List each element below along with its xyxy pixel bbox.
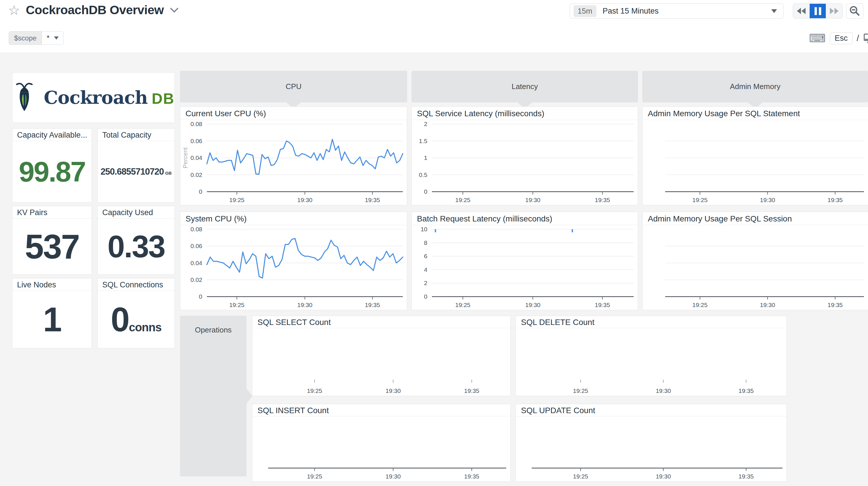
fullscreen-monitor-icon[interactable]: [863, 32, 868, 44]
svg-text:19:35: 19:35: [739, 473, 754, 480]
stat-value: 537: [25, 227, 79, 266]
stat-value: 1: [43, 300, 61, 339]
svg-text:19:30: 19:30: [297, 197, 313, 203]
svg-text:10: 10: [421, 226, 427, 232]
svg-text:0.06: 0.06: [190, 138, 202, 144]
svg-text:0.02: 0.02: [190, 277, 202, 283]
svg-text:19:30: 19:30: [760, 302, 775, 308]
svg-text:19:25: 19:25: [692, 197, 708, 203]
esc-key-button[interactable]: Esc: [830, 32, 853, 44]
panel-batch-request-latency: Batch Request Latency (milliseconds) 024…: [411, 211, 638, 310]
chart-admin-memory-statement[interactable]: 19:2519:3019:35: [643, 120, 868, 205]
svg-text:0.04: 0.04: [190, 154, 202, 161]
dashboard-page: ☆ CockroachDB Overview 15m Past 15 Minut…: [0, 0, 868, 486]
chart-title: Current User CPU (%): [180, 107, 407, 120]
svg-text:2: 2: [424, 120, 427, 127]
svg-text:19:25: 19:25: [229, 197, 244, 203]
chart-sql-service-latency[interactable]: 00.511.5219:2519:3019:35: [412, 120, 638, 205]
scope-value-dropdown[interactable]: *: [42, 31, 63, 45]
group-header-latency[interactable]: Latency: [411, 71, 638, 102]
svg-text:8: 8: [424, 239, 427, 246]
stat-card-capacity-used: Capacity Used 0.33: [97, 206, 175, 275]
panel-sql-select-count: SQL SELECT Count 19:2519:3019:35: [252, 316, 510, 396]
svg-text:19:30: 19:30: [525, 302, 540, 308]
svg-text:0: 0: [199, 188, 202, 195]
stat-card-total-capacity: Total Capacity 250.6855710720 GB: [97, 128, 175, 203]
svg-text:19:30: 19:30: [385, 473, 401, 480]
pause-icon: [814, 7, 821, 15]
keyboard-icon[interactable]: ⌨: [809, 32, 826, 44]
title-chevron-down-icon[interactable]: [169, 7, 179, 13]
template-variable-scope[interactable]: $scope *: [9, 31, 64, 45]
group-header-admin-memory[interactable]: Admin Memory: [642, 71, 868, 102]
fast-forward-icon: [829, 6, 840, 16]
group-label: Operations: [195, 325, 231, 335]
header-title-group: ☆ CockroachDB Overview: [8, 3, 179, 17]
chart-title: Admin Memory Usage Per SQL Statement: [643, 107, 868, 120]
chart-title: SQL Service Latency (milliseconds): [412, 107, 638, 120]
rewind-button[interactable]: [793, 4, 810, 18]
chart-sql-select-count[interactable]: 19:2519:3019:35: [252, 328, 510, 396]
scope-value-text: *: [46, 34, 50, 42]
svg-text:0.08: 0.08: [190, 226, 202, 232]
panel-admin-memory-session: Admin Memory Usage Per SQL Session 19:25…: [642, 211, 868, 310]
stat-card-live-nodes: Live Nodes 1: [12, 278, 92, 348]
fast-forward-button[interactable]: [826, 4, 842, 18]
chart-sql-insert-count[interactable]: 19:2519:3019:35: [252, 416, 510, 481]
svg-text:6: 6: [424, 253, 427, 259]
pause-button[interactable]: [810, 4, 826, 18]
scope-name-label: $scope: [9, 31, 42, 45]
chart-system-cpu[interactable]: 00.020.040.060.0819:2519:3019:35: [180, 225, 407, 310]
svg-text:4: 4: [424, 266, 427, 273]
stat-unit: GB: [165, 171, 172, 175]
zoom-out-button[interactable]: [846, 3, 863, 19]
stat-card-capacity-available: Capacity Available... 99.87: [12, 128, 92, 203]
svg-text:19:25: 19:25: [307, 388, 322, 394]
chart-title: System CPU (%): [180, 212, 407, 225]
svg-text:19:35: 19:35: [464, 388, 479, 394]
page-title: CockroachDB Overview: [26, 3, 164, 17]
stat-value: 0: [111, 300, 129, 339]
stat-value: 0.33: [107, 228, 165, 264]
svg-text:19:35: 19:35: [595, 197, 610, 203]
chart-title: Admin Memory Usage Per SQL Session: [643, 212, 868, 225]
panel-system-cpu: System CPU (%) 00.020.040.060.0819:2519:…: [180, 211, 407, 310]
stat-title: Capacity Available...: [12, 128, 92, 141]
zoom-out-icon: [849, 5, 861, 17]
svg-text:19:30: 19:30: [656, 388, 671, 394]
group-header-cpu[interactable]: CPU: [180, 71, 407, 102]
chart-title: SQL DELETE Count: [516, 316, 786, 328]
logo-suffix: DB: [152, 90, 175, 107]
svg-text:19:35: 19:35: [464, 473, 479, 480]
cockroach-bug-icon: [12, 80, 36, 115]
group-header-operations[interactable]: Operations: [180, 316, 246, 477]
svg-text:19:25: 19:25: [307, 473, 322, 480]
svg-text:19:30: 19:30: [297, 302, 313, 308]
panel-admin-memory-statement: Admin Memory Usage Per SQL Statement 19:…: [642, 106, 868, 205]
chart-sql-update-count[interactable]: 19:2519:3019:35: [516, 416, 786, 481]
favorite-star-icon[interactable]: ☆: [8, 3, 20, 17]
scope-caret-icon: [54, 36, 59, 39]
panel-sql-service-latency: SQL Service Latency (milliseconds) 00.51…: [411, 106, 638, 205]
svg-text:Percent: Percent: [182, 147, 188, 169]
stat-title: KV Pairs: [12, 206, 92, 219]
logo-wordmark: Cockroach: [43, 87, 147, 108]
svg-text:19:30: 19:30: [385, 388, 401, 394]
time-range-selector[interactable]: 15m Past 15 Minutes: [570, 3, 784, 19]
panel-sql-delete-count: SQL DELETE Count 19:2519:3019:35: [516, 316, 787, 396]
chart-current-user-cpu[interactable]: 00.020.040.060.0819:2519:3019:35Percent: [180, 120, 407, 205]
stat-unit: conns: [129, 321, 161, 334]
svg-text:19:35: 19:35: [739, 388, 754, 394]
svg-text:19:25: 19:25: [455, 197, 471, 203]
svg-text:19:35: 19:35: [595, 302, 610, 308]
chart-sql-delete-count[interactable]: 19:2519:3019:35: [516, 328, 786, 396]
chart-admin-memory-session[interactable]: 19:2519:3019:35: [643, 225, 868, 310]
cockroachdb-logo-panel: CockroachDB: [12, 72, 175, 123]
chart-batch-request-latency[interactable]: 024681019:2519:3019:35: [412, 225, 638, 310]
svg-text:0: 0: [199, 293, 202, 300]
svg-text:19:30: 19:30: [760, 197, 775, 203]
playback-controls: [793, 3, 843, 19]
svg-text:0.04: 0.04: [190, 260, 202, 266]
svg-text:19:35: 19:35: [365, 197, 380, 203]
stat-value: 99.87: [19, 155, 85, 188]
